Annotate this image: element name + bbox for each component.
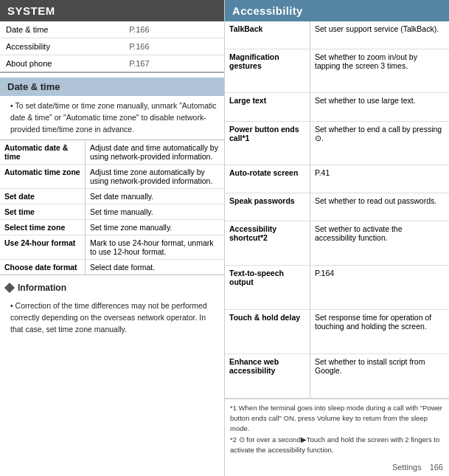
row-value: Set wether to activate the accessibility… <box>310 221 449 266</box>
row-label: Automatic time zone <box>0 165 86 189</box>
row-label: Accessibility <box>0 38 123 55</box>
row-value: Set whether to use large text. <box>310 93 449 121</box>
date-intro: • To set date/time or time zone manually… <box>0 96 224 139</box>
table-row: Power button ends call*1Set whether to e… <box>225 121 449 165</box>
table-row: TalkBackSet user support service (TalkBa… <box>225 21 449 49</box>
table-row: Choose date formatSelect date format. <box>0 260 224 275</box>
table-row: Set timeSet time manually. <box>0 204 224 220</box>
row-value: P.164 <box>310 266 449 310</box>
accessibility-header: Accessibility <box>225 0 449 21</box>
row-value: Select date format. <box>86 260 224 275</box>
row-label: TalkBack <box>225 21 310 49</box>
table-row: Large textSet whether to use large text. <box>225 93 449 121</box>
table-row: Accessibility shortcut*2Set wether to ac… <box>225 221 449 266</box>
row-label: Speak passwords <box>225 193 310 221</box>
row-value: Set user support service (TalkBack). <box>310 21 449 49</box>
table-row: Date & timeP.166 <box>0 21 224 38</box>
row-label: Auto-rotate screen <box>225 165 310 193</box>
table-row: Enhance web accessibilitySet whether to … <box>225 353 449 398</box>
row-value: Set time manually. <box>86 204 224 220</box>
row-label: Set time <box>0 204 86 220</box>
row-label: Use 24-hour format <box>0 235 86 260</box>
footnote-1: *1 When the terminal goes into sleep mod… <box>230 403 444 435</box>
row-value: Set whether to install script from Googl… <box>310 353 449 398</box>
table-row: Text-to-speech outputP.164 <box>225 266 449 310</box>
table-row: About phoneP.167 <box>0 55 224 73</box>
row-value: Set whether to end a call by pressing ⊙. <box>310 121 449 165</box>
row-label: Enhance web accessibility <box>225 353 310 398</box>
page-number: Settings 166 <box>225 459 449 476</box>
table-row: Magnification gesturesSet whether to zoo… <box>225 49 449 93</box>
date-table: Automatic date & timeAdjust date and tim… <box>0 139 224 275</box>
row-value: P.167 <box>123 55 224 73</box>
row-value: Set whether to read out passwords. <box>310 193 449 221</box>
row-value: Mark to use 24-hour format, unmark to us… <box>86 235 224 260</box>
row-value: Adjust date and time automatically by us… <box>86 140 224 165</box>
row-value: Adjust time zone automatically by using … <box>86 165 224 189</box>
row-value: P.41 <box>310 165 449 193</box>
row-value: Set response time for operation of touch… <box>310 310 449 354</box>
info-header: Information <box>0 278 224 297</box>
info-text: • Correction of the time differences may… <box>0 297 224 338</box>
row-label: Power button ends call*1 <box>225 121 310 165</box>
row-label: Large text <box>225 93 310 121</box>
diamond-icon <box>4 283 15 293</box>
row-value: Set time zone manually. <box>86 220 224 235</box>
table-row: AccessibilityP.166 <box>0 38 224 55</box>
table-row: Speak passwordsSet whether to read out p… <box>225 193 449 221</box>
right-panel: Accessibility TalkBackSet user support s… <box>225 0 449 476</box>
row-value: P.166 <box>123 38 224 55</box>
left-panel: SYSTEM Date & timeP.166AccessibilityP.16… <box>0 0 225 476</box>
table-row: Automatic date & timeAdjust date and tim… <box>0 140 224 165</box>
system-header: SYSTEM <box>0 0 224 21</box>
footnotes: *1 When the terminal goes into sleep mod… <box>225 399 449 459</box>
row-value: Set date manually. <box>86 189 224 204</box>
date-time-header: Date & time <box>0 77 224 96</box>
row-label: Date & time <box>0 21 123 38</box>
table-row: Set dateSet date manually. <box>0 189 224 204</box>
system-table: Date & timeP.166AccessibilityP.166About … <box>0 21 224 73</box>
row-label: Accessibility shortcut*2 <box>225 221 310 266</box>
table-row: Use 24-hour formatMark to use 24-hour fo… <box>0 235 224 260</box>
footnote-2: *2 ⊙ for over a second▶Touch and hold th… <box>230 435 444 456</box>
table-row: Automatic time zoneAdjust time zone auto… <box>0 165 224 189</box>
row-label: Set date <box>0 189 86 204</box>
row-label: About phone <box>0 55 123 73</box>
table-row: Auto-rotate screenP.41 <box>225 165 449 193</box>
row-value: P.166 <box>123 21 224 38</box>
accessibility-table: TalkBackSet user support service (TalkBa… <box>225 21 449 399</box>
row-label: Automatic date & time <box>0 140 86 165</box>
row-label: Text-to-speech output <box>225 266 310 310</box>
row-label: Choose date format <box>0 260 86 275</box>
row-label: Touch & hold delay <box>225 310 310 354</box>
row-value: Set whether to zoom in/out by tapping th… <box>310 49 449 93</box>
table-row: Select time zoneSet time zone manually. <box>0 220 224 235</box>
table-row: Touch & hold delaySet response time for … <box>225 310 449 354</box>
row-label: Select time zone <box>0 220 86 235</box>
row-label: Magnification gestures <box>225 49 310 93</box>
